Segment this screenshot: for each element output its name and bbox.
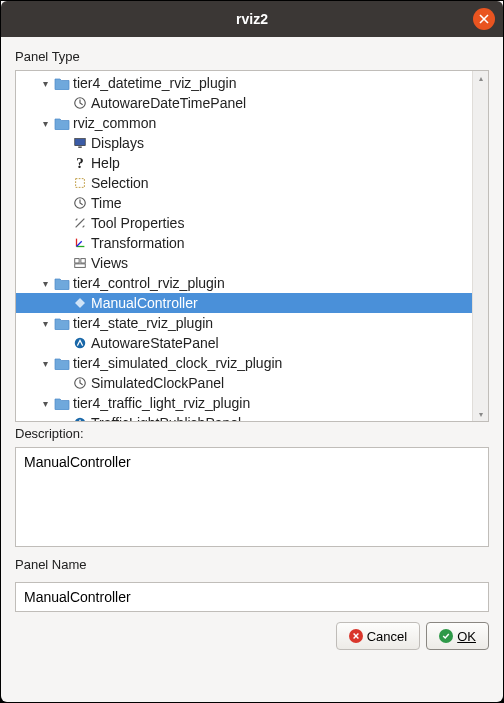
folder-icon (54, 75, 70, 91)
svg-rect-2 (78, 147, 82, 148)
tree-scrollbar[interactable]: ▴ ▾ (472, 71, 488, 421)
tree-item-label: tier4_control_rviz_plugin (73, 275, 225, 291)
tree-item[interactable]: ▾tier4_traffic_light_rviz_plugin (16, 393, 472, 413)
tree-item-label: tier4_datetime_rviz_plugin (73, 75, 236, 91)
dialog-window: rviz2 Panel Type ▾tier4_datetime_rviz_pl… (1, 1, 503, 702)
tree-item[interactable]: AutowareStatePanel (16, 333, 472, 353)
tree-item[interactable]: Views (16, 253, 472, 273)
expand-arrow-icon[interactable]: ▾ (38, 316, 52, 330)
tree-item[interactable]: ▾rviz_common (16, 113, 472, 133)
ok-button[interactable]: OK (426, 622, 489, 650)
dialog-content: Panel Type ▾tier4_datetime_rviz_pluginAu… (1, 37, 503, 702)
ok-icon (439, 629, 453, 643)
tree-item-label: AutowareStatePanel (91, 335, 219, 351)
tree-item-label: tier4_state_rviz_plugin (73, 315, 213, 331)
tree-item-label: Views (91, 255, 128, 271)
views-icon (72, 255, 88, 271)
cancel-button[interactable]: Cancel (336, 622, 420, 650)
tree-item-label: tier4_simulated_clock_rviz_plugin (73, 355, 282, 371)
ok-label: OK (457, 629, 476, 644)
tree-item-label: Help (91, 155, 120, 171)
tree-item[interactable]: ▾tier4_control_rviz_plugin (16, 273, 472, 293)
tree-item-label: Time (91, 195, 122, 211)
tree-item-label: AutowareDateTimePanel (91, 95, 246, 111)
close-button[interactable] (473, 8, 495, 30)
tree-item-label: Transformation (91, 235, 185, 251)
panel-type-label: Panel Type (15, 49, 489, 64)
expand-arrow-icon[interactable]: ▾ (38, 356, 52, 370)
tree-item[interactable]: TrafficLightPublishPanel (16, 413, 472, 421)
expand-arrow-icon[interactable]: ▾ (38, 396, 52, 410)
svg-rect-6 (81, 259, 85, 263)
tree-item-label: rviz_common (73, 115, 156, 131)
window-title: rviz2 (236, 11, 268, 27)
diamond-icon (72, 295, 88, 311)
folder-icon (54, 275, 70, 291)
tree-item-label: Tool Properties (91, 215, 184, 231)
panel-type-tree-container: ▾tier4_datetime_rviz_pluginAutowareDateT… (15, 70, 489, 422)
tree-item-label: ManualController (91, 295, 198, 311)
folder-icon (54, 315, 70, 331)
clock-icon (72, 95, 88, 111)
cancel-label: Cancel (367, 629, 407, 644)
monitor-icon (72, 135, 88, 151)
clock-icon (72, 375, 88, 391)
tree-item[interactable]: ?Help (16, 153, 472, 173)
clock-icon (72, 195, 88, 211)
scroll-up-icon[interactable]: ▴ (474, 71, 488, 85)
tree-item-label: tier4_traffic_light_rviz_plugin (73, 395, 250, 411)
description-text: ManualController (24, 454, 131, 470)
aw-icon (72, 335, 88, 351)
folder-icon (54, 115, 70, 131)
tree-item[interactable]: ▾tier4_simulated_clock_rviz_plugin (16, 353, 472, 373)
tree-item[interactable]: ManualController (16, 293, 472, 313)
tree-item[interactable]: AutowareDateTimePanel (16, 93, 472, 113)
panel-type-tree[interactable]: ▾tier4_datetime_rviz_pluginAutowareDateT… (16, 71, 472, 421)
tree-item[interactable]: Time (16, 193, 472, 213)
close-icon (479, 14, 489, 24)
cancel-icon (349, 629, 363, 643)
tree-item-label: Selection (91, 175, 149, 191)
tree-item-label: TrafficLightPublishPanel (91, 415, 241, 421)
axes-icon (72, 235, 88, 251)
tree-item[interactable]: Displays (16, 133, 472, 153)
svg-rect-5 (75, 259, 79, 263)
description-box: ManualController (15, 447, 489, 547)
aw-icon (72, 415, 88, 421)
expand-arrow-icon[interactable]: ▾ (38, 76, 52, 90)
scroll-down-icon[interactable]: ▾ (474, 407, 488, 421)
tree-item[interactable]: ▾tier4_datetime_rviz_plugin (16, 73, 472, 93)
svg-rect-7 (75, 264, 86, 268)
tree-item[interactable]: Selection (16, 173, 472, 193)
panel-name-input[interactable] (15, 582, 489, 612)
tree-item-label: Displays (91, 135, 144, 151)
svg-rect-1 (75, 139, 86, 146)
description-label: Description: (15, 426, 489, 441)
svg-rect-3 (76, 179, 85, 188)
titlebar: rviz2 (1, 1, 503, 37)
tree-item[interactable]: ▾tier4_state_rviz_plugin (16, 313, 472, 333)
folder-icon (54, 395, 70, 411)
expand-arrow-icon[interactable]: ▾ (38, 276, 52, 290)
tree-item[interactable]: SimulatedClockPanel (16, 373, 472, 393)
panel-name-label: Panel Name (15, 557, 489, 572)
expand-arrow-icon[interactable]: ▾ (38, 116, 52, 130)
folder-icon (54, 355, 70, 371)
dialog-buttons: Cancel OK (15, 622, 489, 650)
tree-item[interactable]: Tool Properties (16, 213, 472, 233)
question-icon: ? (72, 155, 88, 171)
tools-icon (72, 215, 88, 231)
tree-item-label: SimulatedClockPanel (91, 375, 224, 391)
tree-item[interactable]: Transformation (16, 233, 472, 253)
select-icon (72, 175, 88, 191)
